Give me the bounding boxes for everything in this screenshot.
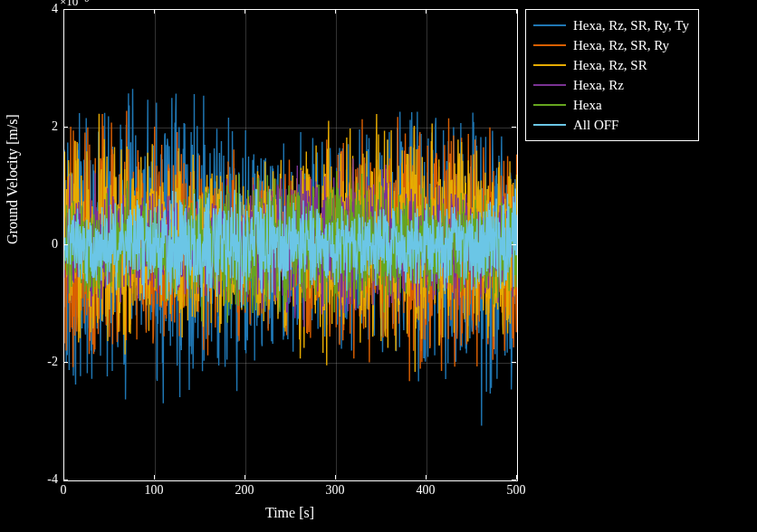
y-exponent: ×10⁻⁶ [60,0,89,9]
tickmark-y [512,362,516,363]
legend-item: Hexa, Rz [533,75,689,95]
legend-label: Hexa, Rz [573,78,624,93]
x-tick-label: 300 [326,483,345,498]
legend: Hexa, Rz, SR, Ry, TyHexa, Rz, SR, RyHexa… [525,9,699,141]
tickmark-x [335,9,336,14]
x-tick-label: 400 [417,483,436,498]
y-tick-label: 2 [52,119,58,134]
legend-item: Hexa, Rz, SR [533,55,689,75]
legend-item: All OFF [533,115,689,135]
tickmark-x [244,475,245,480]
legend-item: Hexa, Rz, SR, Ry [533,35,689,55]
tickmark-y [63,127,68,128]
plot-area [63,9,518,481]
legend-label: Hexa, Rz, SR [573,58,647,73]
x-tick-label: 500 [507,483,526,498]
legend-swatch [533,104,566,107]
legend-swatch [533,24,566,27]
legend-label: Hexa, Rz, SR, Ry [573,38,669,53]
tickmark-x [516,9,517,14]
x-tick-label: 0 [61,483,67,498]
tickmark-y [63,244,68,245]
legend-label: Hexa [573,98,602,113]
tickmark-y [512,244,516,245]
x-tick-label: 100 [145,483,164,498]
legend-label: Hexa, Rz, SR, Ry, Ty [573,18,689,33]
tickmark-y [63,9,68,10]
y-tick-label: 4 [52,2,58,16]
y-axis-label: Ground Velocity [m/s] [5,114,21,244]
tickmark-x [426,9,426,14]
series-svg [64,10,517,480]
legend-item: Hexa, Rz, SR, Ry, Ty [533,15,689,35]
tickmark-x [154,475,155,480]
tickmark-x [154,9,155,14]
tickmark-y [512,9,516,10]
legend-swatch [533,44,566,47]
tickmark-x [335,475,336,480]
y-tick-label: -4 [47,472,58,487]
tickmark-y [63,480,68,480]
legend-label: All OFF [573,118,618,133]
x-tick-label: 200 [235,483,254,498]
tickmark-y [63,362,68,363]
tickmark-y [512,480,516,480]
tickmark-x [426,475,426,480]
tickmark-x [516,475,517,480]
y-tick-label: -2 [47,355,58,369]
legend-swatch [533,124,566,127]
legend-swatch [533,64,566,67]
legend-swatch [533,84,566,87]
y-tick-label: 0 [52,237,58,252]
legend-item: Hexa [533,95,689,115]
x-axis-label: Time [s] [265,505,314,521]
tickmark-y [512,127,516,128]
tickmark-x [244,9,245,14]
